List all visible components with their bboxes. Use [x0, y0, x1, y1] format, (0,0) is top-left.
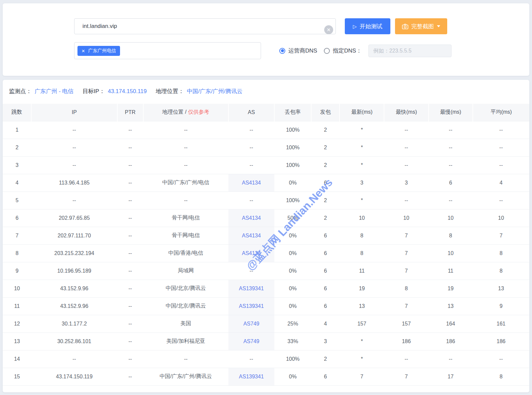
cell-ip: 30.252.86.101 [31, 332, 117, 350]
as-link[interactable]: AS4134 [242, 250, 261, 256]
radio-isp-dns[interactable]: 运营商DNS [279, 47, 317, 55]
cell-location: 美国/加利福尼亚 [143, 332, 228, 350]
table-row: 3--------100%2*------ [3, 156, 529, 174]
cell-ptr: -- [117, 139, 143, 156]
cell-latest-ms: * [339, 332, 384, 350]
cell-hop: 1 [3, 121, 31, 139]
cell-packets-sent: 2 [311, 350, 339, 368]
cell-location: -- [143, 350, 228, 368]
url-input[interactable] [74, 18, 336, 34]
cell-hop: 6 [3, 209, 31, 227]
cell-hop: 12 [3, 315, 31, 332]
cell-ip: -- [31, 121, 117, 139]
cell-hop: 11 [3, 297, 31, 315]
cell-average-ms: -- [473, 156, 529, 174]
clear-input-icon[interactable]: ✕ [324, 25, 333, 34]
cell-ip: 10.196.95.189 [31, 262, 117, 280]
radio-isp-dns-label: 运营商DNS [288, 47, 317, 55]
cell-average-ms: 10 [473, 209, 529, 227]
cell-packets-sent: 2 [311, 156, 339, 174]
cell-ptr: -- [117, 332, 143, 350]
as-link[interactable]: AS749 [243, 338, 259, 344]
table-row: 4113.96.4.185--中国/广东/广州/电信AS41340%63364 [3, 174, 529, 192]
cell-location: 中国/北京/腾讯云 [143, 297, 228, 315]
col-fastest-ms: 最快(ms) [384, 104, 428, 121]
cell-packets-sent: 6 [311, 262, 339, 280]
cell-as: -- [228, 192, 274, 209]
cell-location: 美国 [143, 315, 228, 332]
cell-as: -- [228, 262, 274, 280]
start-test-label: 开始测试 [360, 23, 382, 30]
cell-latest-ms: 13 [339, 297, 384, 315]
cell-location: -- [143, 156, 228, 174]
cell-as: -- [228, 139, 274, 156]
radio-unchecked-icon [324, 48, 330, 54]
cell-packets-sent: 2 [311, 139, 339, 156]
cell-ptr: -- [117, 244, 143, 262]
as-link[interactable]: AS749 [243, 321, 259, 327]
cell-ptr: -- [117, 297, 143, 315]
cell-latest-ms: * [339, 192, 384, 209]
col-packets-sent: 发包 [311, 104, 339, 121]
cell-packets-sent: 6 [311, 368, 339, 385]
cell-average-ms: -- [473, 121, 529, 139]
cell-loss-rate: 50% [274, 209, 311, 227]
custom-dns-input[interactable] [368, 45, 452, 57]
cell-ptr: -- [117, 280, 143, 297]
cell-fastest-ms: -- [384, 139, 428, 156]
cell-ip: -- [31, 192, 117, 209]
col-hop: 跳数 [3, 104, 31, 121]
cell-ip: 202.97.111.70 [31, 227, 117, 244]
cell-average-ms: -- [473, 350, 529, 368]
cell-slowest-ms: 6 [429, 174, 473, 192]
cell-hop: 15 [3, 368, 31, 385]
as-link[interactable]: AS4134 [242, 180, 261, 186]
cell-loss-rate: 100% [274, 192, 311, 209]
result-panel: 监测点： 广东广州 - 电信 目标IP： 43.174.150.119 地理位置… [3, 80, 529, 392]
cell-average-ms: -- [473, 192, 529, 209]
cell-fastest-ms: 10 [384, 209, 428, 227]
as-link[interactable]: AS4134 [242, 215, 261, 221]
table-row: 8203.215.232.194--中国/香港/电信AS41340%687108 [3, 244, 529, 262]
screenshot-button[interactable]: 完整截图 [395, 18, 447, 34]
cell-latest-ms: 8 [339, 227, 384, 244]
cell-latest-ms: 19 [339, 280, 384, 297]
target-ip-value[interactable]: 43.174.150.119 [108, 88, 147, 95]
col-latest-ms: 最新(ms) [339, 104, 384, 121]
cell-hop: 8 [3, 244, 31, 262]
tag-close-icon[interactable]: ✕ [81, 49, 85, 53]
cell-latest-ms: 8 [339, 244, 384, 262]
table-row: 910.196.95.189--局域网--0%6117118 [3, 262, 529, 280]
result-info-row: 监测点： 广东广州 - 电信 目标IP： 43.174.150.119 地理位置… [9, 87, 242, 95]
monitor-point-value[interactable]: 广东广州 - 电信 [35, 87, 73, 95]
geo-location: 地理位置： 中国/广东/广州/腾讯云 [156, 87, 242, 95]
cell-as: AS4134 [228, 174, 274, 192]
cell-loss-rate: 25% [274, 315, 311, 332]
cell-as: AS139341 [228, 368, 274, 385]
cell-packets-sent: 2 [311, 121, 339, 139]
radio-checked-icon [279, 48, 285, 54]
cell-ip: -- [31, 139, 117, 156]
cell-ptr: -- [117, 262, 143, 280]
start-test-button[interactable]: ▷ 开始测试 [345, 18, 390, 34]
cell-average-ms: 8 [473, 262, 529, 280]
as-link[interactable]: AS139341 [239, 303, 264, 309]
cell-average-ms: -- [473, 139, 529, 156]
col-location: 地理位置 / 仅供参考 [143, 104, 228, 121]
table-row: 1330.252.86.101--美国/加利福尼亚AS74933%3*18618… [3, 332, 529, 350]
as-link[interactable]: AS139341 [239, 286, 264, 291]
as-link[interactable]: AS139341 [239, 374, 264, 379]
radio-custom-dns[interactable]: 指定DNS： [324, 47, 362, 55]
cell-as: AS749 [228, 315, 274, 332]
cell-as: -- [228, 350, 274, 368]
cell-fastest-ms: -- [384, 350, 428, 368]
cell-fastest-ms: -- [384, 192, 428, 209]
location-tags-box[interactable]: ✕ 广东广州电信 [74, 42, 261, 59]
cell-latest-ms: 10 [339, 209, 384, 227]
cell-ptr: -- [117, 350, 143, 368]
search-panel: ✕ ▷ 开始测试 完整截图 ✕ 广东广州电信 运营商DNS 指定DNS： [3, 3, 529, 76]
cell-packets-sent: 6 [311, 244, 339, 262]
geo-location-value[interactable]: 中国/广东/广州/腾讯云 [187, 87, 242, 95]
as-link[interactable]: AS4134 [242, 233, 261, 238]
camera-icon [402, 24, 408, 29]
